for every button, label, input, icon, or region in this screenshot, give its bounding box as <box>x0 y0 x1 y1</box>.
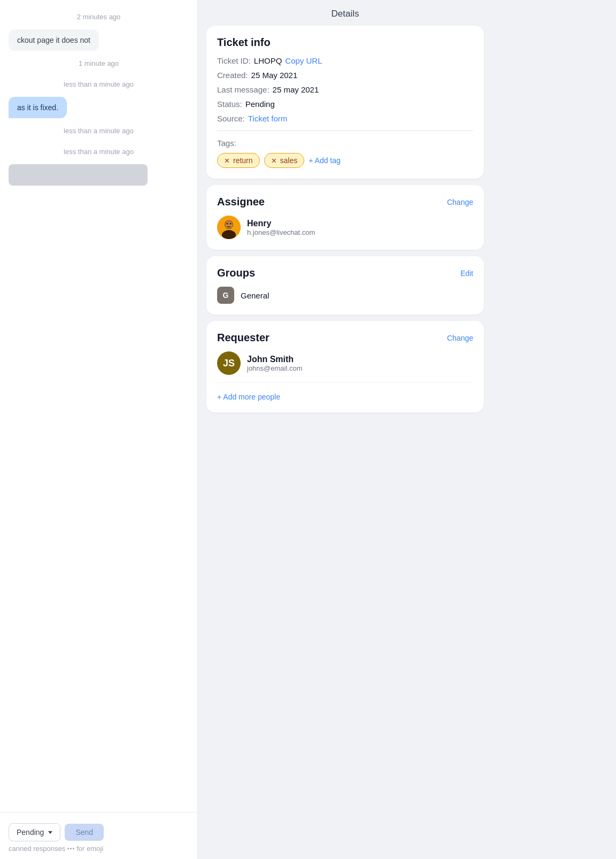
send-label: Send <box>75 828 93 837</box>
message-wrapper-blue: as it is fixed. <box>9 97 189 118</box>
panel-title: Details <box>332 9 359 19</box>
chevron-down-icon <box>48 831 52 834</box>
message-text-blue: as it is fixed. <box>17 103 58 112</box>
groups-card: Groups Edit G General <box>206 256 484 315</box>
message-text-1: ckout page it does not <box>17 36 90 44</box>
timestamp-2: 1 minute ago <box>9 59 189 67</box>
bottom-bar: Pending Send canned responses for emoji <box>0 812 197 859</box>
ticket-id-value: LHOPQ <box>254 56 282 65</box>
requester-header: Requester Change <box>217 332 473 344</box>
tags-section: Tags: ✕ return ✕ sales + Add tag <box>217 139 473 168</box>
message-bubble-1: ckout page it does not <box>9 29 99 51</box>
canned-responses-text: canned responses <box>9 845 65 853</box>
message-bubble-blue: as it is fixed. <box>9 97 67 118</box>
ticket-id-label: Ticket ID: <box>217 56 251 65</box>
pending-button[interactable]: Pending <box>9 823 60 841</box>
tags-row: ✕ return ✕ sales + Add tag <box>217 153 473 168</box>
source-label: Source: <box>217 114 245 123</box>
assignee-header: Assignee Change <box>217 196 473 208</box>
add-more-people-button[interactable]: + Add more people <box>217 393 280 401</box>
ticket-info-title: Ticket info <box>217 36 473 49</box>
source-row: Source: Ticket form <box>217 114 473 123</box>
assignee-name: Henry <box>247 219 315 228</box>
timestamp-3: less than a minute ago <box>9 80 189 88</box>
requester-info: John Smith johns@email.com <box>247 355 303 372</box>
timestamp-5: less than a minute ago <box>9 148 189 156</box>
bottom-actions: Pending Send <box>9 823 189 841</box>
assignee-info: Henry h.jones@livechat.com <box>247 219 315 236</box>
requester-title: Requester <box>217 332 270 344</box>
group-name: General <box>241 291 269 300</box>
created-label: Created: <box>217 71 248 80</box>
status-label: Status: <box>217 99 242 109</box>
right-panel: Details Ticket info Ticket ID: LHOPQ Cop… <box>198 0 492 859</box>
requester-divider <box>217 382 473 383</box>
requester-email: johns@email.com <box>247 364 303 372</box>
chat-area: 2 minutes ago ckout page it does not 1 m… <box>0 0 197 812</box>
requester-avatar: JS <box>217 351 241 375</box>
group-icon-letter: G <box>223 291 229 300</box>
pending-label: Pending <box>17 828 44 837</box>
panel-header: Details <box>206 0 484 26</box>
last-message-label: Last message: <box>217 85 270 94</box>
copy-url-button[interactable]: Copy URL <box>285 56 322 65</box>
source-value[interactable]: Ticket form <box>248 114 288 123</box>
tag-sales-remove[interactable]: ✕ <box>271 157 277 165</box>
requester-person-row: JS John Smith johns@email.com <box>217 351 473 375</box>
group-row: G General <box>217 287 473 304</box>
assignee-change-button[interactable]: Change <box>447 198 473 206</box>
add-tag-button[interactable]: + Add tag <box>309 156 341 165</box>
for-emoji-text: for emoji <box>76 845 103 853</box>
assignee-avatar-image <box>217 216 241 239</box>
groups-edit-button[interactable]: Edit <box>460 269 473 278</box>
send-button[interactable]: Send <box>65 824 104 841</box>
assignee-card: Assignee Change Henry h.jones@livechat.c… <box>206 185 484 250</box>
assignee-person-row: Henry h.jones@livechat.com <box>217 216 473 239</box>
timestamp-4: less than a minute ago <box>9 127 189 135</box>
assignee-title: Assignee <box>217 196 265 208</box>
group-icon: G <box>217 287 234 304</box>
tag-return-label: return <box>233 156 253 165</box>
assignee-avatar <box>217 216 241 239</box>
requester-card: Requester Change JS John Smith johns@ema… <box>206 321 484 412</box>
left-panel: 2 minutes ago ckout page it does not 1 m… <box>0 0 198 859</box>
tag-return[interactable]: ✕ return <box>217 153 260 168</box>
tag-sales[interactable]: ✕ sales <box>264 153 305 168</box>
divider <box>217 131 473 131</box>
bottom-hints: canned responses for emoji <box>9 845 189 853</box>
tag-return-remove[interactable]: ✕ <box>224 157 230 165</box>
created-row: Created: 25 May 2021 <box>217 71 473 80</box>
message-wrapper-1: ckout page it does not <box>9 29 189 51</box>
assignee-email: h.jones@livechat.com <box>247 228 315 236</box>
status-value: Pending <box>245 99 275 109</box>
timestamp-1: 2 minutes ago <box>9 13 189 21</box>
tag-sales-label: sales <box>280 156 298 165</box>
status-row: Status: Pending <box>217 99 473 109</box>
svg-point-5 <box>230 223 232 225</box>
requester-change-button[interactable]: Change <box>447 334 473 342</box>
svg-point-4 <box>227 223 228 225</box>
groups-title: Groups <box>217 267 255 279</box>
requester-name: John Smith <box>247 355 303 364</box>
requester-initials: JS <box>223 358 235 369</box>
tags-label: Tags: <box>217 139 473 148</box>
last-message-row: Last message: 25 may 2021 <box>217 85 473 94</box>
ticket-id-row: Ticket ID: LHOPQ Copy URL <box>217 56 473 65</box>
last-message-value: 25 may 2021 <box>273 85 319 94</box>
ticket-info-card: Ticket info Ticket ID: LHOPQ Copy URL Cr… <box>206 26 484 179</box>
dot-menu-icon[interactable] <box>67 848 74 849</box>
created-value: 25 May 2021 <box>251 71 298 80</box>
groups-header: Groups Edit <box>217 267 473 279</box>
message-placeholder <box>9 164 148 186</box>
